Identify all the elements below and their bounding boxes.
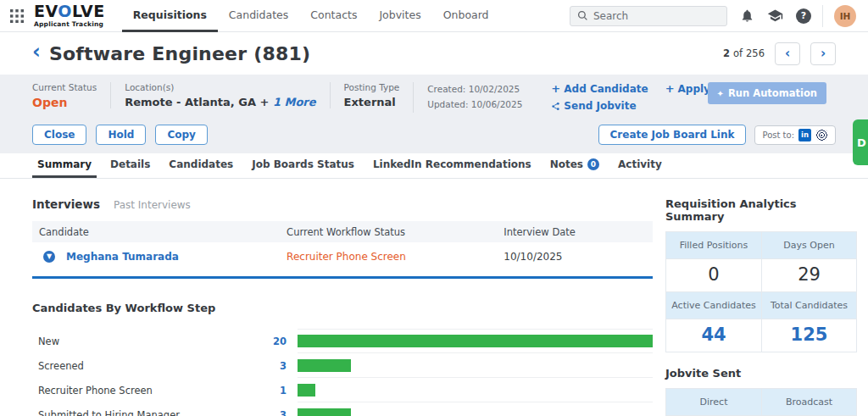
interviews-title: Interviews — [32, 197, 100, 211]
days-open-value: 29 — [761, 259, 856, 292]
chart-value-link[interactable]: 3 — [257, 409, 287, 416]
interviews-table-header: Candidate Current Workflow Status Interv… — [32, 221, 653, 242]
share-icon — [551, 102, 560, 111]
search-icon — [577, 10, 588, 21]
next-record-button[interactable]: › — [810, 42, 836, 65]
bar — [298, 335, 653, 347]
bar — [298, 384, 315, 397]
requisition-status-band: Current Status Open Location(s) Remote -… — [0, 75, 868, 153]
bar — [298, 408, 351, 416]
create-job-board-link-button[interactable]: Create Job Board Link — [598, 125, 747, 145]
tab-linkedin-recommendations[interactable]: LinkedIn Recommendations — [368, 153, 537, 178]
plus-icon: + — [665, 82, 675, 95]
hold-requisition-button[interactable]: Hold — [96, 125, 146, 145]
search-box[interactable] — [570, 6, 727, 26]
chart-title: Candidates By Workflow Step — [32, 302, 653, 314]
send-jobvite-link[interactable]: Send Jobvite — [551, 100, 636, 112]
tab-notes[interactable]: Notes0 — [545, 153, 604, 178]
dates-block: Created: 10/02/2025 Updated: 10/06/2025 — [413, 82, 536, 113]
run-automation-button[interactable]: ✦ Run Automation — [708, 82, 826, 104]
sparkle-icon: ✦ — [717, 89, 724, 98]
feedback-tab[interactable]: D — [853, 119, 868, 165]
posting-type-block: Posting Type External — [330, 82, 414, 108]
jobvite-sent-title: Jobvite Sent — [665, 367, 857, 380]
page-title: Software Engineer (881) — [49, 43, 310, 64]
user-menu: IH — [822, 5, 856, 27]
interview-date: 10/10/2025 — [504, 251, 653, 263]
workflow-status: Recruiter Phone Screen — [287, 251, 504, 263]
pager-total: 256 — [746, 47, 765, 59]
prev-record-button[interactable]: ‹ — [775, 42, 800, 65]
avatar[interactable]: IH — [834, 5, 856, 27]
tab-summary[interactable]: Summary — [32, 153, 97, 178]
job-board-spiral-icon[interactable] — [815, 129, 828, 141]
filled-positions-value: 0 — [666, 259, 761, 292]
table-footer-bar — [32, 276, 653, 279]
app-logo[interactable]: EVOLVE Applicant Tracking — [34, 3, 105, 28]
locations-block: Location(s) Remote - Atlanta, GA + 1 Mor… — [110, 82, 329, 108]
past-interviews-link[interactable]: Past Interviews — [114, 199, 191, 211]
chart-value-link[interactable]: 1 — [257, 385, 287, 397]
nav-item-onboard[interactable]: Onboard — [432, 0, 500, 32]
nav-item-candidates[interactable]: Candidates — [218, 0, 299, 32]
notes-count-badge: 0 — [587, 158, 599, 170]
summary-content: Interviews Past Interviews Candidate Cur… — [0, 179, 868, 416]
nav-item-contacts[interactable]: Contacts — [299, 0, 368, 32]
current-status-block: Current Status Open — [32, 82, 110, 109]
updated-date: Updated: 10/06/2025 — [427, 97, 522, 113]
main-nav: Requisitions Candidates Contacts Jobvite… — [122, 0, 500, 32]
back-icon[interactable]: ‹ — [32, 42, 41, 62]
chart-value-link[interactable]: 3 — [257, 360, 287, 372]
apps-grid-icon[interactable] — [10, 9, 24, 23]
linkedin-icon[interactable]: in — [798, 129, 811, 141]
jobvite-sent-grid: Direct Broadcast 0 0 — [665, 388, 857, 416]
tab-activity[interactable]: Activity — [613, 153, 667, 178]
analytics-grid: Filled Positions Days Open 0 29 Active C… — [665, 231, 857, 352]
tab-details[interactable]: Details — [105, 153, 155, 178]
quick-links: +Add Candidate +Apply Send Jobvite — [536, 82, 726, 117]
total-candidates-link[interactable]: 125 — [761, 319, 856, 352]
nav-item-requisitions[interactable]: Requisitions — [122, 0, 218, 32]
workflow-step-chart: New 20 Screened 3 Recruiter Phone Screen… — [32, 329, 653, 416]
analytics-title: Requisition Analytics Summary — [665, 197, 857, 223]
more-locations-link[interactable]: 1 More — [273, 96, 316, 108]
close-requisition-button[interactable]: Close — [32, 125, 86, 145]
chart-value-link[interactable]: 20 — [257, 336, 287, 347]
plus-icon: + — [551, 82, 560, 95]
pager-separator: of — [733, 47, 743, 59]
interviews-table: Candidate Current Workflow Status Interv… — [32, 221, 653, 279]
bell-icon[interactable] — [740, 8, 754, 23]
title-row: ‹ Software Engineer (881) 2 of 256 ‹ › — [0, 32, 868, 75]
learning-cap-icon[interactable] — [767, 8, 783, 24]
add-candidate-link[interactable]: +Add Candidate — [551, 82, 648, 95]
active-candidates-link[interactable]: 44 — [666, 319, 761, 352]
bar — [298, 359, 351, 372]
status-value: Open — [32, 96, 97, 109]
logo-text: EV — [34, 2, 58, 20]
chart-row: Screened 3 — [32, 353, 653, 378]
search-input[interactable] — [593, 10, 720, 22]
tab-job-boards-status[interactable]: Job Boards Status — [247, 153, 359, 178]
record-pager: 2 of 256 ‹ › — [723, 42, 836, 65]
table-row: ▼ Meghana Tumarada Recruiter Phone Scree… — [32, 242, 653, 270]
chart-row: Recruiter Phone Screen 1 — [32, 378, 653, 402]
candidate-link[interactable]: Meghana Tumarada — [66, 251, 179, 263]
tab-candidates[interactable]: Candidates — [164, 153, 238, 178]
chart-row: Submitted to Hiring Manager 3 — [32, 402, 653, 416]
logo-subtitle: Applicant Tracking — [34, 21, 105, 28]
nav-item-jobvites[interactable]: Jobvites — [368, 0, 431, 32]
expand-row-icon[interactable]: ▼ — [43, 251, 55, 263]
pager-current: 2 — [723, 47, 730, 59]
created-date: Created: 10/02/2025 — [427, 82, 522, 97]
chart-row: New 20 — [32, 329, 653, 353]
detail-tabs: Summary Details Candidates Job Boards St… — [0, 153, 868, 179]
top-bar: EVOLVE Applicant Tracking Requisitions C… — [0, 0, 868, 32]
post-to-group: Post to: in — [754, 125, 836, 145]
help-icon[interactable]: ? — [796, 8, 811, 24]
copy-requisition-button[interactable]: Copy — [155, 125, 207, 145]
apply-link[interactable]: +Apply — [665, 82, 710, 95]
